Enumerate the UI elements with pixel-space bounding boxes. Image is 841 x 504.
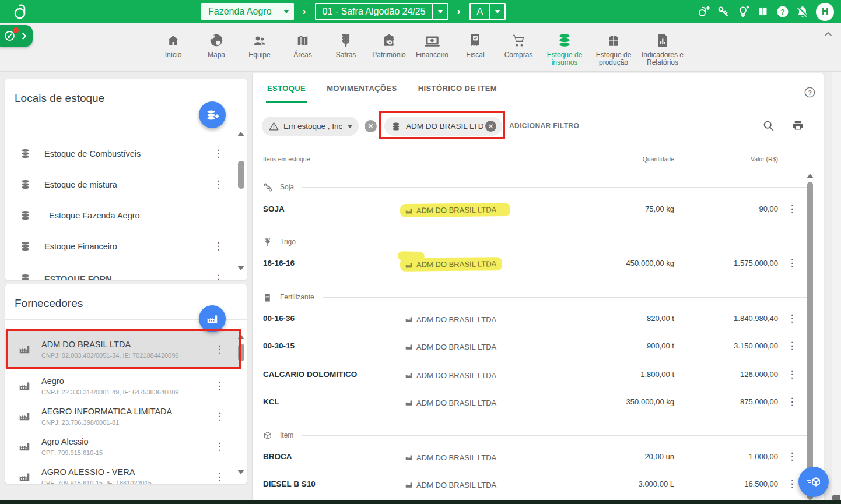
- unit-selector[interactable]: A: [469, 3, 506, 20]
- scroll-down-arrow[interactable]: [237, 266, 244, 270]
- stock-row-diesel[interactable]: DIESEL B S10 ADM DO BRASIL LTDA 3.000,00…: [253, 471, 812, 498]
- nav-item-financeiro[interactable]: Financeiro: [411, 29, 454, 66]
- add-stock-location-button[interactable]: [199, 101, 226, 128]
- breadcrumb-separator-icon: ›: [448, 6, 469, 17]
- supplier-item-selected[interactable]: ADM DO BRASIL LTDA CNPJ: 02.003.402/0051…: [5, 330, 241, 368]
- stock-row-00-16-36[interactable]: 00-16-36 ADM DO BRASIL LTDA 820,00 t 1.8…: [253, 306, 812, 333]
- item-menu-button[interactable]: ⋮: [213, 241, 223, 251]
- factory-icon: [405, 399, 413, 407]
- supplier-cell: ADM DO BRASIL LTDA: [400, 478, 501, 492]
- scrollbar-thumb[interactable]: [238, 161, 244, 189]
- scroll-up-arrow[interactable]: [237, 132, 244, 136]
- factory-icon: [405, 343, 413, 351]
- farm-selector[interactable]: Fazenda Aegro: [201, 3, 294, 20]
- supplier-item[interactable]: Aegro CNPJ: 22.333.314/0001-49, IE: 6475…: [5, 371, 241, 401]
- supplier-item[interactable]: Agro Alessio CPF: 709.915.610-15 ⋮: [5, 431, 241, 461]
- quick-entry-fab[interactable]: [798, 467, 829, 497]
- stock-location-item[interactable]: Estoque Fazenda Aegro: [5, 200, 239, 231]
- window-scrollbar[interactable]: [832, 72, 841, 504]
- row-menu-button[interactable]: ⋮: [787, 258, 797, 269]
- stacked-discs-icon: [20, 179, 31, 190]
- stock-row-00-30-15[interactable]: 00-30-15 ADM DO BRASIL LTDA 900,00 t 3.1…: [253, 333, 812, 360]
- scrollbar-thumb[interactable]: [238, 344, 244, 361]
- stock-location-item[interactable]: Estoque Financeiro ⋮: [5, 231, 239, 262]
- nav-item-estoque-producao[interactable]: Estoque de produção: [589, 29, 638, 66]
- aegro-logo-icon: [12, 3, 31, 20]
- tab-movimentacoes[interactable]: MOVIMENTAÇÕES: [325, 73, 398, 103]
- item-menu-button[interactable]: ⋮: [215, 411, 225, 421]
- scroll-up-arrow[interactable]: [807, 174, 814, 178]
- nav-item-fiscal[interactable]: Fiscal: [454, 29, 497, 66]
- book-icon[interactable]: [756, 5, 769, 18]
- soybean-icon: [263, 182, 274, 192]
- stock-location-item[interactable]: Estoque de Combustíveis ⋮: [5, 138, 239, 169]
- supplier-cell: ADM DO BRASIL LTDA: [400, 451, 501, 464]
- row-menu-button[interactable]: ⋮: [787, 203, 797, 214]
- supplier-item[interactable]: AGRO ALESSIO - VERA CPF: 709.915.610-15,…: [5, 461, 241, 484]
- unit-name: A: [471, 6, 490, 17]
- lightbulb-icon[interactable]: [737, 5, 749, 18]
- scroll-down-arrow[interactable]: [237, 470, 244, 474]
- item-menu-button[interactable]: ⋮: [215, 472, 225, 482]
- nav-item-equipe[interactable]: Equipe: [238, 29, 281, 66]
- stock-row-kcl[interactable]: KCL ADM DO BRASIL LTDA 350.000,00 kg 875…: [253, 389, 812, 416]
- item-menu-button[interactable]: ⋮: [215, 344, 225, 354]
- chevron-down-icon: [347, 125, 353, 128]
- print-icon[interactable]: [791, 119, 805, 133]
- stock-row-soja[interactable]: SOJA ADM DO BRASIL LTDA 75,00 kg 90,00 ⋮: [253, 196, 812, 223]
- stock-location-item[interactable]: Estoque de mistura ⋮: [5, 169, 239, 200]
- remove-status-filter-button[interactable]: ✕: [365, 120, 377, 132]
- tab-historico-de-item[interactable]: HISTÓRICO DE ITEM: [417, 73, 498, 103]
- help-icon[interactable]: ?: [776, 5, 789, 18]
- scrollbar-thumb[interactable]: [807, 182, 813, 500]
- nav-item-inicio[interactable]: Início: [152, 29, 195, 66]
- main-navbar: Início Mapa: [0, 23, 841, 72]
- add-filter-button[interactable]: ADICIONAR FILTRO: [509, 122, 579, 130]
- item-menu-button[interactable]: ⋮: [213, 179, 223, 189]
- stock-row-16-16-16[interactable]: 16-16-16 ADM DO BRASIL LTDA 450.000,00 k…: [253, 251, 812, 277]
- nav-item-mapa[interactable]: Mapa: [195, 29, 238, 66]
- nav-item-areas[interactable]: Áreas: [281, 29, 324, 66]
- season-selector[interactable]: 01 - Safra Algodão 24/25: [315, 3, 448, 20]
- nav-item-indicadores[interactable]: Indicadores e Relatórios: [638, 29, 687, 66]
- stock-location-item[interactable]: ESTOQUE FORN ⋮: [5, 263, 239, 280]
- row-menu-button[interactable]: ⋮: [787, 396, 797, 407]
- supplier-item[interactable]: AEGRO INFORMATICA LIMITADA CNPJ: 23.706.…: [5, 401, 241, 431]
- add-supplier-button[interactable]: [199, 305, 226, 332]
- item-menu-button[interactable]: ⋮: [213, 149, 223, 158]
- chevron-down-icon[interactable]: [279, 3, 294, 20]
- row-menu-button[interactable]: ⋮: [787, 340, 797, 351]
- svg-text:?: ?: [780, 8, 784, 16]
- nav-item-estoque-insumos[interactable]: Estoque de insumos: [540, 29, 589, 66]
- row-menu-button[interactable]: ⋮: [787, 478, 797, 489]
- row-menu-button[interactable]: ⋮: [787, 313, 797, 324]
- tab-estoque[interactable]: ESTOQUE: [266, 73, 307, 103]
- collapse-navbar-chevron-icon[interactable]: [824, 31, 832, 37]
- search-icon[interactable]: [762, 119, 776, 133]
- item-menu-button[interactable]: ⋮: [215, 442, 225, 452]
- status-filter-chip[interactable]: Em estoque , Inco...: [262, 117, 359, 136]
- chevron-down-icon[interactable]: [432, 3, 447, 20]
- stock-row-calcario[interactable]: CALCARIO DOLOMITICO ADM DO BRASIL LTDA 1…: [253, 362, 812, 389]
- supplier-filter-chip[interactable]: ADM DO BRASIL LTDA ✕: [384, 117, 502, 136]
- help-outline-icon[interactable]: ?: [804, 87, 815, 98]
- nav-item-compras[interactable]: Compras: [497, 29, 540, 66]
- map-icon: [281, 29, 324, 48]
- chevron-down-icon[interactable]: [489, 3, 504, 20]
- stock-row-broca[interactable]: BROCA ADM DO BRASIL LTDA 20,00 un 1.000,…: [253, 444, 812, 471]
- item-menu-button[interactable]: ⋮: [213, 274, 223, 280]
- news-widget-tab[interactable]: [0, 25, 33, 47]
- nav-item-safras[interactable]: Safras: [324, 29, 367, 66]
- user-avatar[interactable]: H: [816, 3, 834, 21]
- notifications-off-icon[interactable]: [796, 5, 809, 18]
- remove-supplier-filter-button[interactable]: ✕: [485, 121, 496, 132]
- row-menu-button[interactable]: ⋮: [787, 451, 797, 462]
- aegro-plus-icon[interactable]: [697, 5, 710, 18]
- nav-item-patrimonio[interactable]: Patrimônio: [367, 29, 411, 66]
- row-menu-button[interactable]: ⋮: [787, 369, 797, 380]
- scroll-up-arrow[interactable]: [237, 334, 244, 339]
- stock-locations-panel: Locais de estoque Estoque de Combustívei…: [5, 79, 247, 280]
- key-icon[interactable]: [717, 5, 730, 18]
- app-window: Fazenda Aegro › 01 - Safra Algodão 24/25…: [0, 0, 841, 504]
- item-menu-button[interactable]: ⋮: [215, 381, 225, 391]
